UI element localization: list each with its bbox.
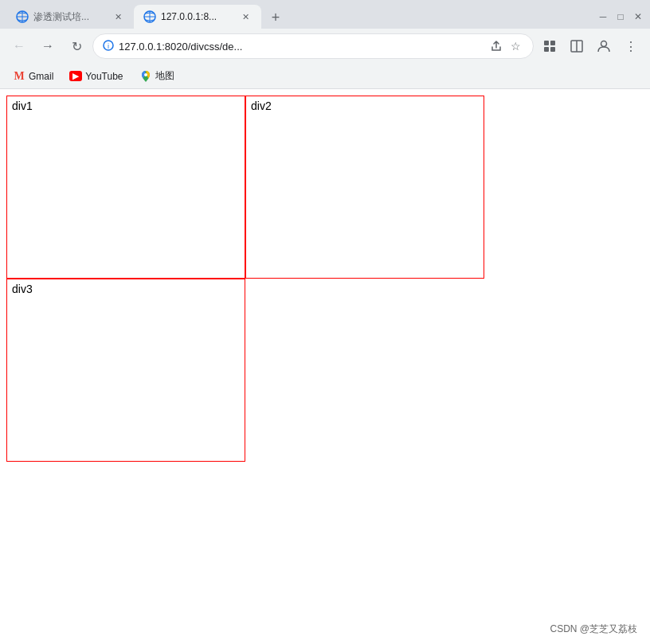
- maps-label: 地图: [155, 69, 174, 83]
- browser-chrome: 渗透测试培... ✕ 127.0.0.1:8... ✕: [0, 0, 650, 89]
- tabs-area: 渗透测试培... ✕ 127.0.0.1:8... ✕: [6, 5, 591, 29]
- security-icon: i: [103, 40, 114, 53]
- div-grid: div1 div2 div3: [6, 96, 484, 462]
- toolbar-icons: ⋮: [537, 33, 644, 59]
- tab-2[interactable]: 127.0.0.1:8... ✕: [134, 5, 261, 29]
- gmail-favicon: M: [13, 70, 25, 83]
- window-controls: ─ □ ✕: [597, 11, 644, 22]
- menu-icon[interactable]: ⋮: [618, 33, 644, 59]
- svg-rect-8: [544, 41, 549, 45]
- tab1-title: 渗透测试培...: [33, 10, 107, 24]
- bookmark-maps[interactable]: 地图: [133, 66, 181, 86]
- bookmark-gmail[interactable]: M Gmail: [6, 67, 60, 86]
- bookmark-youtube[interactable]: ▶ YouTube: [63, 67, 129, 86]
- bookmarks-bar: M Gmail ▶ YouTube 地图: [0, 64, 650, 89]
- address-text: 127.0.0.1:8020/divcss/de...: [119, 41, 484, 53]
- page-content: div1 div2 div3: [0, 89, 650, 644]
- youtube-favicon: ▶: [69, 70, 82, 83]
- svg-rect-10: [544, 47, 549, 52]
- title-bar: 渗透测试培... ✕ 127.0.0.1:8... ✕: [0, 0, 650, 29]
- new-tab-button[interactable]: +: [264, 6, 287, 29]
- share-icon[interactable]: [488, 38, 504, 54]
- svg-point-14: [601, 41, 607, 47]
- div2-label: div2: [251, 100, 272, 112]
- div2-box: div2: [245, 96, 484, 279]
- address-bar[interactable]: i 127.0.0.1:8020/divcss/de... ☆: [92, 33, 534, 59]
- div4-empty: [245, 279, 484, 462]
- refresh-button[interactable]: ↻: [64, 33, 89, 59]
- nav-bar: ← → ↻ i 127.0.0.1:8020/divcss/de... ☆: [0, 29, 650, 64]
- gmail-label: Gmail: [29, 71, 53, 82]
- profile-icon[interactable]: [591, 33, 617, 59]
- extensions-icon[interactable]: [537, 33, 562, 59]
- tab1-favicon: [16, 10, 29, 23]
- tab2-title: 127.0.0.1:8...: [161, 11, 234, 22]
- close-button[interactable]: ✕: [632, 11, 644, 22]
- div3-box: div3: [6, 279, 245, 462]
- div1-box: div1: [6, 96, 245, 279]
- tab2-close-icon[interactable]: ✕: [239, 10, 252, 23]
- tab2-favicon: [143, 10, 156, 23]
- svg-text:i: i: [108, 42, 109, 50]
- back-button[interactable]: ←: [6, 33, 32, 59]
- tab-1[interactable]: 渗透测试培... ✕: [6, 5, 134, 29]
- forward-button[interactable]: →: [35, 33, 61, 59]
- svg-point-15: [144, 73, 147, 76]
- maximize-button[interactable]: □: [615, 11, 626, 22]
- minimize-button[interactable]: ─: [597, 11, 609, 22]
- splitview-icon[interactable]: [564, 33, 589, 59]
- maps-favicon: [139, 70, 152, 83]
- youtube-label: YouTube: [85, 71, 123, 82]
- address-icons: ☆: [488, 38, 523, 54]
- tab1-close-icon[interactable]: ✕: [112, 10, 124, 23]
- div3-label: div3: [12, 283, 33, 295]
- bookmark-star-icon[interactable]: ☆: [507, 38, 523, 54]
- div1-label: div1: [12, 100, 33, 112]
- watermark: CSDN @芝芝又荔枝: [550, 623, 637, 636]
- svg-rect-9: [550, 41, 555, 45]
- svg-rect-11: [550, 47, 555, 52]
